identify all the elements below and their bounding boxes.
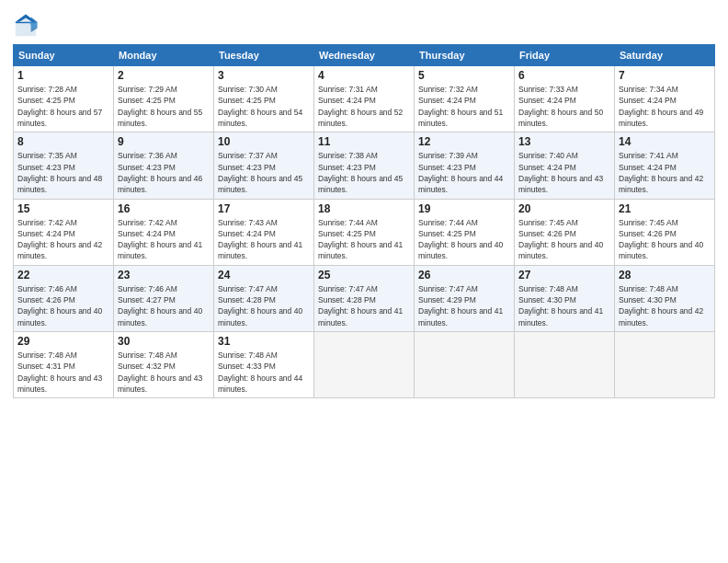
day-number: 1 bbox=[17, 69, 109, 82]
calendar-day-cell: 4Sunrise: 7:31 AMSunset: 4:24 PMDaylight… bbox=[314, 66, 415, 132]
day-info: Sunrise: 7:30 AMSunset: 4:25 PMDaylight:… bbox=[218, 84, 310, 129]
calendar-day-cell: 6Sunrise: 7:33 AMSunset: 4:24 PMDaylight… bbox=[515, 66, 615, 132]
day-info: Sunrise: 7:38 AMSunset: 4:23 PMDaylight:… bbox=[318, 150, 410, 195]
calendar-day-cell: 5Sunrise: 7:32 AMSunset: 4:24 PMDaylight… bbox=[415, 66, 515, 132]
calendar-table: SundayMondayTuesdayWednesdayThursdayFrid… bbox=[13, 44, 715, 398]
calendar-day-cell: 10Sunrise: 7:37 AMSunset: 4:23 PMDayligh… bbox=[214, 132, 314, 199]
day-info: Sunrise: 7:44 AMSunset: 4:25 PMDaylight:… bbox=[418, 217, 510, 262]
day-number: 11 bbox=[318, 135, 410, 148]
day-number: 17 bbox=[218, 202, 310, 215]
calendar-day-cell: 3Sunrise: 7:30 AMSunset: 4:25 PMDaylight… bbox=[214, 66, 314, 132]
calendar-day-cell: 20Sunrise: 7:45 AMSunset: 4:26 PMDayligh… bbox=[515, 199, 615, 265]
calendar-day-cell: 13Sunrise: 7:40 AMSunset: 4:24 PMDayligh… bbox=[515, 132, 615, 199]
calendar-day-cell: 21Sunrise: 7:45 AMSunset: 4:26 PMDayligh… bbox=[615, 199, 715, 265]
calendar-day-cell: 18Sunrise: 7:44 AMSunset: 4:25 PMDayligh… bbox=[314, 199, 415, 265]
calendar-day-cell: 16Sunrise: 7:42 AMSunset: 4:24 PMDayligh… bbox=[114, 199, 214, 265]
day-number: 15 bbox=[17, 202, 109, 215]
calendar-day-cell: 31Sunrise: 7:48 AMSunset: 4:33 PMDayligh… bbox=[214, 332, 314, 398]
calendar-week-row: 22Sunrise: 7:46 AMSunset: 4:26 PMDayligh… bbox=[14, 265, 715, 331]
calendar-day-cell: 23Sunrise: 7:46 AMSunset: 4:27 PMDayligh… bbox=[114, 265, 214, 331]
day-info: Sunrise: 7:48 AMSunset: 4:30 PMDaylight:… bbox=[518, 283, 610, 328]
day-info: Sunrise: 7:42 AMSunset: 4:24 PMDaylight:… bbox=[118, 217, 210, 262]
day-number: 13 bbox=[518, 135, 610, 148]
day-info: Sunrise: 7:37 AMSunset: 4:23 PMDaylight:… bbox=[218, 150, 310, 195]
calendar-day-cell: 25Sunrise: 7:47 AMSunset: 4:28 PMDayligh… bbox=[314, 265, 415, 331]
day-info: Sunrise: 7:42 AMSunset: 4:24 PMDaylight:… bbox=[17, 217, 109, 262]
calendar-day-cell: 7Sunrise: 7:34 AMSunset: 4:24 PMDaylight… bbox=[615, 66, 715, 132]
day-info: Sunrise: 7:44 AMSunset: 4:25 PMDaylight:… bbox=[318, 217, 410, 262]
day-info: Sunrise: 7:45 AMSunset: 4:26 PMDaylight:… bbox=[619, 217, 711, 262]
day-info: Sunrise: 7:34 AMSunset: 4:24 PMDaylight:… bbox=[619, 84, 711, 129]
day-number: 26 bbox=[418, 269, 510, 282]
calendar-day-cell: 9Sunrise: 7:36 AMSunset: 4:23 PMDaylight… bbox=[114, 132, 214, 199]
day-number: 19 bbox=[418, 202, 510, 215]
calendar-day-cell bbox=[615, 332, 715, 398]
calendar-day-cell: 15Sunrise: 7:42 AMSunset: 4:24 PMDayligh… bbox=[14, 199, 114, 265]
day-number: 30 bbox=[118, 335, 210, 348]
weekday-header-row: SundayMondayTuesdayWednesdayThursdayFrid… bbox=[14, 45, 715, 66]
weekday-header-cell: Wednesday bbox=[314, 45, 415, 66]
day-number: 16 bbox=[118, 202, 210, 215]
day-info: Sunrise: 7:47 AMSunset: 4:28 PMDaylight:… bbox=[218, 283, 310, 328]
calendar-day-cell: 26Sunrise: 7:47 AMSunset: 4:29 PMDayligh… bbox=[415, 265, 515, 331]
day-info: Sunrise: 7:48 AMSunset: 4:33 PMDaylight:… bbox=[218, 350, 310, 395]
day-number: 22 bbox=[17, 269, 109, 282]
day-info: Sunrise: 7:40 AMSunset: 4:24 PMDaylight:… bbox=[518, 150, 610, 195]
day-info: Sunrise: 7:48 AMSunset: 4:30 PMDaylight:… bbox=[619, 283, 711, 328]
day-number: 14 bbox=[619, 135, 711, 148]
day-info: Sunrise: 7:29 AMSunset: 4:25 PMDaylight:… bbox=[118, 84, 210, 129]
calendar-day-cell bbox=[515, 332, 615, 398]
calendar-week-row: 29Sunrise: 7:48 AMSunset: 4:31 PMDayligh… bbox=[14, 332, 715, 398]
day-info: Sunrise: 7:46 AMSunset: 4:26 PMDaylight:… bbox=[17, 283, 109, 328]
day-number: 24 bbox=[218, 269, 310, 282]
logo-icon bbox=[13, 13, 39, 39]
day-number: 25 bbox=[318, 269, 410, 282]
calendar-day-cell: 12Sunrise: 7:39 AMSunset: 4:23 PMDayligh… bbox=[415, 132, 515, 199]
day-info: Sunrise: 7:31 AMSunset: 4:24 PMDaylight:… bbox=[318, 84, 410, 129]
day-info: Sunrise: 7:32 AMSunset: 4:24 PMDaylight:… bbox=[418, 84, 510, 129]
day-number: 28 bbox=[619, 269, 711, 282]
calendar-day-cell: 22Sunrise: 7:46 AMSunset: 4:26 PMDayligh… bbox=[14, 265, 114, 331]
day-info: Sunrise: 7:48 AMSunset: 4:31 PMDaylight:… bbox=[17, 350, 109, 395]
calendar-day-cell: 27Sunrise: 7:48 AMSunset: 4:30 PMDayligh… bbox=[515, 265, 615, 331]
day-info: Sunrise: 7:28 AMSunset: 4:25 PMDaylight:… bbox=[17, 84, 109, 129]
calendar-day-cell: 30Sunrise: 7:48 AMSunset: 4:32 PMDayligh… bbox=[114, 332, 214, 398]
day-info: Sunrise: 7:39 AMSunset: 4:23 PMDaylight:… bbox=[418, 150, 510, 195]
calendar-day-cell: 29Sunrise: 7:48 AMSunset: 4:31 PMDayligh… bbox=[14, 332, 114, 398]
day-number: 31 bbox=[218, 335, 310, 348]
day-number: 18 bbox=[318, 202, 410, 215]
day-number: 29 bbox=[17, 335, 109, 348]
day-number: 8 bbox=[17, 135, 109, 148]
day-number: 3 bbox=[218, 69, 310, 82]
calendar-day-cell: 24Sunrise: 7:47 AMSunset: 4:28 PMDayligh… bbox=[214, 265, 314, 331]
calendar-day-cell bbox=[314, 332, 415, 398]
day-number: 10 bbox=[218, 135, 310, 148]
weekday-header-cell: Saturday bbox=[615, 45, 715, 66]
day-number: 4 bbox=[318, 69, 410, 82]
day-number: 2 bbox=[118, 69, 210, 82]
calendar-week-row: 1Sunrise: 7:28 AMSunset: 4:25 PMDaylight… bbox=[14, 66, 715, 132]
calendar-day-cell: 1Sunrise: 7:28 AMSunset: 4:25 PMDaylight… bbox=[14, 66, 114, 132]
day-info: Sunrise: 7:33 AMSunset: 4:24 PMDaylight:… bbox=[518, 84, 610, 129]
day-number: 20 bbox=[518, 202, 610, 215]
day-info: Sunrise: 7:47 AMSunset: 4:28 PMDaylight:… bbox=[318, 283, 410, 328]
calendar-day-cell: 8Sunrise: 7:35 AMSunset: 4:23 PMDaylight… bbox=[14, 132, 114, 199]
calendar-day-cell: 2Sunrise: 7:29 AMSunset: 4:25 PMDaylight… bbox=[114, 66, 214, 132]
day-number: 7 bbox=[619, 69, 711, 82]
calendar-body: 1Sunrise: 7:28 AMSunset: 4:25 PMDaylight… bbox=[14, 66, 715, 398]
day-info: Sunrise: 7:46 AMSunset: 4:27 PMDaylight:… bbox=[118, 283, 210, 328]
calendar-day-cell: 28Sunrise: 7:48 AMSunset: 4:30 PMDayligh… bbox=[615, 265, 715, 331]
day-number: 27 bbox=[518, 269, 610, 282]
day-info: Sunrise: 7:36 AMSunset: 4:23 PMDaylight:… bbox=[118, 150, 210, 195]
day-number: 5 bbox=[418, 69, 510, 82]
header bbox=[13, 9, 715, 39]
day-info: Sunrise: 7:41 AMSunset: 4:24 PMDaylight:… bbox=[619, 150, 711, 195]
calendar-day-cell bbox=[415, 332, 515, 398]
calendar-day-cell: 14Sunrise: 7:41 AMSunset: 4:24 PMDayligh… bbox=[615, 132, 715, 199]
day-number: 9 bbox=[118, 135, 210, 148]
day-info: Sunrise: 7:45 AMSunset: 4:26 PMDaylight:… bbox=[518, 217, 610, 262]
weekday-header-cell: Sunday bbox=[14, 45, 114, 66]
calendar-page: SundayMondayTuesdayWednesdayThursdayFrid… bbox=[0, 0, 728, 563]
weekday-header-cell: Monday bbox=[114, 45, 214, 66]
logo bbox=[13, 13, 40, 39]
